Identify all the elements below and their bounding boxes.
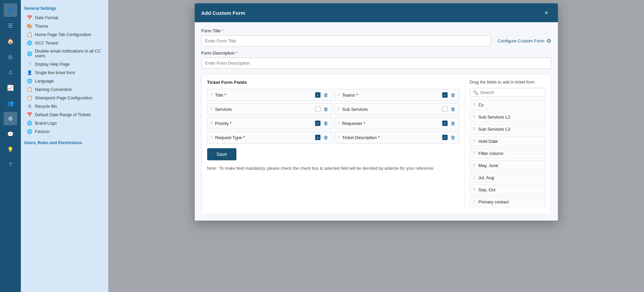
ticket-desc-field-label: Ticket Description * bbox=[342, 135, 440, 140]
request-type-drag-handle[interactable]: ⠿ bbox=[210, 135, 213, 140]
sidebar-item-language[interactable]: 🌐 Language bbox=[24, 77, 105, 85]
users-section-title: Users, Roles and Permissions bbox=[24, 140, 105, 145]
request-type-checkbox[interactable]: ✓ bbox=[315, 135, 320, 140]
gcc-tenant-icon: 🌐 bbox=[27, 40, 32, 45]
request-type-delete-icon[interactable]: 🗑 bbox=[323, 134, 329, 141]
sub-services-l3-drag-item[interactable]: ⠿ Sub Services L3 bbox=[470, 124, 545, 134]
hold-date-drag-item[interactable]: ⠿ Hold Date bbox=[470, 136, 545, 147]
sidebar-label-language: Language bbox=[35, 79, 54, 84]
sidebar-item-favicon[interactable]: 🌐 Favicon bbox=[24, 127, 105, 136]
sidebar-item-single-line[interactable]: 👤 Single line ticket form bbox=[24, 68, 105, 77]
display-help-icon: ? bbox=[27, 62, 32, 67]
chart-nav-icon[interactable]: 📈 bbox=[4, 81, 17, 94]
settings-nav-icon[interactable]: ⚙ bbox=[4, 112, 17, 125]
priority-drag-handle[interactable]: ⠿ bbox=[210, 121, 213, 126]
requester-field-row: ⠿ Requester * ✓ 🗑 bbox=[334, 117, 459, 129]
hold-date-label: Hold Date bbox=[479, 139, 498, 144]
request-type-field-row: ⠿ Request Type * ✓ 🗑 bbox=[207, 131, 332, 143]
title-field-label: Title * bbox=[215, 93, 313, 98]
requester-checkbox[interactable]: ✓ bbox=[442, 121, 448, 126]
add-custom-form-modal: Add Custom Form × Form Title* Configur bbox=[195, 3, 558, 221]
form-title-label: Form Title* bbox=[201, 28, 491, 33]
drag-panel: Drag the fields to add in ticket form 🔍 … bbox=[465, 80, 545, 209]
modal-close-button[interactable]: × bbox=[542, 8, 551, 18]
modal-title: Add Custom Form bbox=[201, 10, 245, 16]
ticket-form-fields: Ticket Form Fields ⠿ Title * ✓ 🗑 bbox=[207, 80, 459, 209]
sub-l2-drag-dots: ⠿ bbox=[473, 115, 476, 119]
ticket-desc-drag-handle[interactable]: ⠿ bbox=[337, 135, 340, 140]
sidebar-item-disable-email[interactable]: 🌐 Disable email notifications to all CC … bbox=[24, 47, 105, 60]
fields-grid: ⠿ Title * ✓ 🗑 ⠿ Services bbox=[207, 89, 459, 143]
request-type-field-label: Request Type * bbox=[215, 135, 313, 140]
jul-aug-drag-item[interactable]: ⠿ Jul, Aug bbox=[470, 172, 545, 183]
sub-services-l2-drag-item[interactable]: ⠿ Sub Services L2 bbox=[470, 112, 545, 122]
may-june-drag-item[interactable]: ⠿ May, June bbox=[470, 160, 545, 171]
sub-l2-label: Sub Services L2 bbox=[479, 115, 510, 120]
teams-delete-icon[interactable]: 🗑 bbox=[450, 92, 456, 98]
priority-delete-icon[interactable]: 🗑 bbox=[323, 120, 329, 127]
bulb-nav-icon[interactable]: 💡 bbox=[4, 143, 17, 156]
services-drag-handle[interactable]: ⠿ bbox=[210, 107, 213, 111]
team-nav-icon[interactable]: 👥 bbox=[4, 96, 17, 110]
modal-overlay: Add Custom Form × Form Title* Configur bbox=[108, 0, 644, 292]
sidebar-item-recycle-bin[interactable]: 🗑 Recycle Bin bbox=[24, 102, 105, 110]
sidebar-item-display-help[interactable]: ? Display Help Page bbox=[24, 60, 105, 68]
main-content: Add Custom Form × Form Title* Configur bbox=[108, 0, 644, 292]
requester-drag-handle[interactable]: ⠿ bbox=[337, 121, 340, 126]
support-nav-icon[interactable]: 💬 bbox=[4, 127, 17, 141]
menu-nav-icon[interactable]: ☰ bbox=[4, 19, 17, 32]
ticket-desc-checkbox[interactable]: ✓ bbox=[442, 135, 448, 140]
title-checkbox[interactable]: ✓ bbox=[315, 92, 320, 98]
ticket-desc-delete-icon[interactable]: 🗑 bbox=[450, 134, 456, 141]
sidebar-item-brand-logo[interactable]: 🌐 Brand Logo bbox=[24, 119, 105, 127]
sub-services-checkbox[interactable] bbox=[442, 106, 448, 112]
save-button[interactable]: Save bbox=[207, 148, 237, 160]
sidebar-item-sharepoint[interactable]: 📋 Sharepoint Page Configuration bbox=[24, 94, 105, 102]
ticket-form-section: Ticket Form Fields ⠿ Title * ✓ 🗑 bbox=[201, 74, 551, 215]
fields-right-column: ⠿ Teams * ✓ 🗑 ⠿ Sub Services bbox=[334, 89, 459, 143]
teams-field-row: ⠿ Teams * ✓ 🗑 bbox=[334, 89, 459, 101]
configure-custom-form-link[interactable]: Configure Custom Form ⚙ bbox=[498, 38, 551, 44]
filter-column-label: Filter column bbox=[479, 151, 503, 156]
sidebar-item-theme[interactable]: 🎨 Theme bbox=[24, 22, 105, 30]
title-drag-handle[interactable]: ⠿ bbox=[210, 93, 213, 97]
help-nav-icon[interactable]: ? bbox=[4, 158, 17, 172]
sidebar-label-disable-email: Disable email notifications to all CC us… bbox=[35, 49, 102, 58]
general-settings-title: General Settings bbox=[24, 6, 105, 11]
target-nav-icon[interactable]: ◎ bbox=[4, 50, 17, 63]
teams-checkbox[interactable]: ✓ bbox=[442, 92, 448, 98]
sub-services-drag-handle[interactable]: ⠿ bbox=[337, 107, 340, 111]
services-checkbox[interactable] bbox=[315, 106, 320, 112]
sidebar-item-date-format[interactable]: 📅 Date Format bbox=[24, 13, 105, 22]
requester-delete-icon[interactable]: 🗑 bbox=[450, 120, 456, 127]
sharepoint-icon: 📋 bbox=[27, 95, 32, 100]
sidebar-label-recycle-bin: Recycle Bin bbox=[35, 104, 57, 109]
alert-nav-icon[interactable]: ⚠ bbox=[4, 65, 17, 79]
wide-sidebar: General Settings 📅 Date Format 🎨 Theme 📋… bbox=[21, 0, 108, 292]
person-nav-icon[interactable]: 👤 bbox=[4, 3, 17, 17]
sub-l3-label: Sub Services L3 bbox=[479, 127, 510, 132]
sidebar-item-gcc-tenant[interactable]: 🌐 GCC Tenant bbox=[24, 39, 105, 47]
title-delete-icon[interactable]: 🗑 bbox=[323, 92, 329, 98]
teams-drag-handle[interactable]: ⠿ bbox=[337, 93, 340, 97]
sub-services-delete-icon[interactable]: 🗑 bbox=[450, 106, 456, 112]
sub-services-field-row: ⠿ Sub Services 🗑 bbox=[334, 103, 459, 115]
cc-drag-item[interactable]: ⠿ Cc bbox=[470, 100, 545, 110]
services-delete-icon[interactable]: 🗑 bbox=[323, 106, 329, 112]
form-description-input[interactable] bbox=[201, 58, 551, 69]
may-june-drag-dots: ⠿ bbox=[473, 163, 476, 168]
sep-oct-drag-item[interactable]: ⠿ Sep, Oct bbox=[470, 185, 545, 195]
sidebar-label-favicon: Favicon bbox=[35, 129, 50, 134]
sidebar-item-home-page-tab[interactable]: 📋 Home Page Tab Configuration bbox=[24, 30, 105, 39]
filter-column-drag-item[interactable]: ⠿ Filter column bbox=[470, 148, 545, 159]
priority-checkbox[interactable]: ✓ bbox=[315, 121, 320, 126]
search-input[interactable] bbox=[480, 90, 542, 95]
form-title-input[interactable] bbox=[201, 35, 491, 46]
fields-left-column: ⠿ Title * ✓ 🗑 ⠿ Services bbox=[207, 89, 332, 143]
sidebar-item-naming-convention[interactable]: 📋 Naming Convention bbox=[24, 85, 105, 94]
sidebar-item-default-date[interactable]: 📅 Default Date Range of Tickets bbox=[24, 110, 105, 119]
priority-field-row: ⠿ Priority * ✓ 🗑 bbox=[207, 117, 332, 129]
home-nav-icon[interactable]: 🏠 bbox=[4, 34, 17, 48]
primary-contact-drag-item[interactable]: ⠿ Primary contact bbox=[470, 197, 545, 207]
sub-l3-drag-dots: ⠿ bbox=[473, 127, 476, 131]
